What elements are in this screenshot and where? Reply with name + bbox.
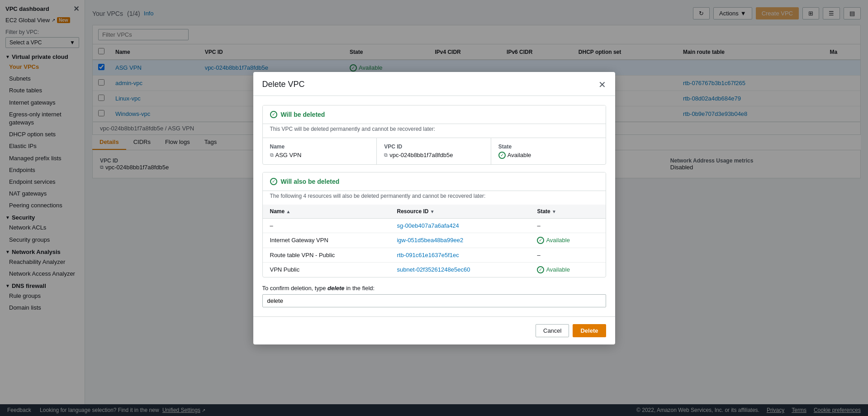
resource-id-link[interactable]: rtb-091c61e1637e5f1ec bbox=[397, 252, 459, 258]
resource-name: VPN Public bbox=[263, 262, 390, 277]
resource-state: ✓ Available bbox=[530, 233, 605, 248]
name-label: Name bbox=[270, 143, 370, 150]
confirm-keyword: delete bbox=[327, 285, 345, 292]
resource-id: rtb-091c61e1637e5f1ec bbox=[389, 248, 530, 262]
will-also-be-deleted-title: Will also be deleted bbox=[281, 178, 340, 185]
will-also-be-deleted-text: The following 4 resources will also be d… bbox=[263, 191, 606, 205]
resource-row: VPN Public subnet-02f35261248e5ec60 ✓ Av… bbox=[263, 262, 606, 277]
info-cell-state: State ✓ Available bbox=[491, 138, 606, 164]
will-be-deleted-title: Will be deleted bbox=[281, 111, 325, 118]
cancel-button[interactable]: Cancel bbox=[536, 324, 569, 337]
state-value: ✓ Available bbox=[498, 152, 598, 159]
will-be-deleted-header: ✓ Will be deleted bbox=[263, 105, 606, 124]
sort-desc-icon: ▼ bbox=[552, 209, 556, 214]
vpc-name: ASG VPN bbox=[275, 152, 302, 158]
resources-table: Name ▲ Resource ID ▼ State ▼ – bbox=[263, 205, 606, 277]
sort-desc-icon: ▼ bbox=[430, 209, 435, 214]
resource-row: Route table VPN - Public rtb-091c61e1637… bbox=[263, 248, 606, 262]
will-also-be-deleted-header: ✓ Will also be deleted bbox=[263, 172, 606, 191]
resource-id-link[interactable]: sg-00eb407a7a6afa424 bbox=[397, 222, 459, 229]
modal-close-button[interactable]: ✕ bbox=[598, 79, 606, 90]
vpc-id-label: VPC ID bbox=[384, 143, 484, 150]
will-also-be-deleted-section: ✓ Will also be deleted The following 4 r… bbox=[262, 172, 606, 277]
resource-row: Internet Gateway VPN igw-051d5bea48ba99e… bbox=[263, 233, 606, 248]
vpc-id: vpc-024b8bb1f7a8fdb5e bbox=[389, 152, 453, 158]
delete-vpc-modal: Delete VPC ✕ ✓ Will be deleted This VPC … bbox=[253, 72, 615, 344]
state-text: Available bbox=[508, 152, 531, 158]
will-be-deleted-text: This VPC will be deleted permanently and… bbox=[263, 124, 606, 138]
confirm-label: To confirm deletion, type delete in the … bbox=[262, 285, 606, 292]
resource-id: sg-00eb407a7a6afa424 bbox=[389, 218, 530, 233]
col-name: Name ▲ bbox=[263, 205, 390, 219]
col-resource-id: Resource ID ▼ bbox=[389, 205, 530, 219]
state-label: State bbox=[498, 143, 598, 150]
modal-header: Delete VPC ✕ bbox=[253, 72, 615, 96]
resource-row: – sg-00eb407a7a6afa424 – bbox=[263, 218, 606, 233]
resource-name: Route table VPN - Public bbox=[263, 248, 390, 262]
resource-id: igw-051d5bea48ba99ee2 bbox=[389, 233, 530, 248]
confirm-delete-input[interactable] bbox=[262, 294, 606, 307]
check-circle-icon: ✓ bbox=[270, 178, 277, 185]
check-circle-icon: ✓ bbox=[537, 266, 544, 273]
vpc-info-grid: Name ⧉ ASG VPN VPC ID ⧉ vpc-024b8bb1f7a8… bbox=[263, 138, 606, 164]
copy-icon: ⧉ bbox=[270, 152, 274, 158]
resource-id-link[interactable]: subnet-02f35261248e5ec60 bbox=[397, 266, 470, 273]
confirm-deletion-section: To confirm deletion, type delete in the … bbox=[262, 285, 606, 307]
name-value: ⧉ ASG VPN bbox=[270, 152, 370, 158]
modal-body: ✓ Will be deleted This VPC will be delet… bbox=[253, 96, 615, 316]
modal-footer: Cancel Delete bbox=[253, 316, 615, 344]
resource-name: Internet Gateway VPN bbox=[263, 233, 390, 248]
resource-id-link[interactable]: igw-051d5bea48ba99ee2 bbox=[397, 237, 463, 244]
vpc-id-value: ⧉ vpc-024b8bb1f7a8fdb5e bbox=[384, 152, 484, 158]
resource-state: – bbox=[530, 248, 605, 262]
resource-state: – bbox=[530, 218, 605, 233]
status-badge: ✓ Available bbox=[537, 266, 598, 273]
resource-id: subnet-02f35261248e5ec60 bbox=[389, 262, 530, 277]
col-state: State ▼ bbox=[530, 205, 605, 219]
modal-overlay: Delete VPC ✕ ✓ Will be deleted This VPC … bbox=[0, 0, 868, 416]
check-circle-icon: ✓ bbox=[498, 152, 506, 159]
resource-name: – bbox=[263, 218, 390, 233]
modal-title: Delete VPC bbox=[262, 80, 305, 89]
delete-button[interactable]: Delete bbox=[573, 324, 606, 337]
check-circle-icon: ✓ bbox=[537, 237, 544, 244]
sort-asc-icon: ▲ bbox=[286, 209, 291, 214]
status-badge: ✓ Available bbox=[537, 237, 598, 244]
copy-icon: ⧉ bbox=[384, 152, 388, 158]
check-circle-icon: ✓ bbox=[270, 111, 277, 118]
will-be-deleted-section: ✓ Will be deleted This VPC will be delet… bbox=[262, 105, 606, 165]
info-cell-name: Name ⧉ ASG VPN bbox=[263, 138, 377, 164]
resource-state: ✓ Available bbox=[530, 262, 605, 277]
info-cell-vpc-id: VPC ID ⧉ vpc-024b8bb1f7a8fdb5e bbox=[377, 138, 491, 164]
